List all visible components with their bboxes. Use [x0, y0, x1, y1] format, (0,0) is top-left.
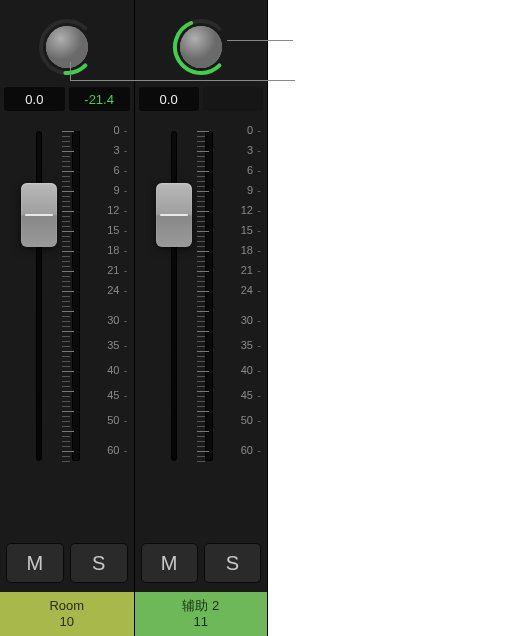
channel-name: 辅助 2: [182, 598, 219, 614]
fader-area: 0-3-6-9-12-15-18-21-24-30-35-40-45-50-60…: [135, 113, 268, 538]
fader[interactable]: [153, 131, 195, 461]
mute-solo-row: M S: [0, 538, 134, 592]
channel-label[interactable]: Room 10: [0, 592, 134, 636]
pan-knob-area: [0, 0, 134, 85]
value-row: 0.0 -21.4: [0, 85, 134, 113]
solo-button[interactable]: S: [204, 543, 261, 583]
pan-knob[interactable]: [171, 17, 231, 77]
scale-ticks: [197, 131, 211, 461]
channel-label[interactable]: 辅助 2 11: [135, 592, 268, 636]
pan-knob-area: [135, 0, 268, 85]
value-row: 0.0: [135, 85, 268, 113]
mute-solo-row: M S: [135, 538, 268, 592]
peak-value[interactable]: -21.4: [69, 87, 130, 111]
mute-button[interactable]: M: [6, 543, 64, 583]
gain-value[interactable]: 0.0: [4, 87, 65, 111]
channel-number: 10: [60, 614, 74, 630]
peak-value[interactable]: [203, 87, 263, 111]
mixer-panel: 0.0 -21.4 0-3-6-9-12-15-18-21-24-30-35-4…: [0, 0, 268, 636]
channel-name: Room: [49, 598, 84, 614]
channel-number: 11: [194, 614, 208, 630]
scale-ticks: [62, 131, 76, 461]
gain-value[interactable]: 0.0: [139, 87, 199, 111]
solo-button[interactable]: S: [70, 543, 128, 583]
callout-line: [70, 80, 295, 81]
callout-line: [227, 40, 293, 41]
svg-point-3: [180, 26, 222, 68]
callout-line: [70, 62, 71, 80]
fader-area: 0-3-6-9-12-15-18-21-24-30-35-40-45-50-60…: [0, 113, 134, 538]
svg-point-1: [46, 26, 88, 68]
fader[interactable]: [18, 131, 60, 461]
channel-strip-1: 0.0 -21.4 0-3-6-9-12-15-18-21-24-30-35-4…: [0, 0, 134, 636]
mute-button[interactable]: M: [141, 543, 198, 583]
channel-strip-2: 0.0 0-3-6-9-12-15-18-21-24-30-35-40-45-5…: [134, 0, 268, 636]
pan-knob[interactable]: [37, 17, 97, 77]
